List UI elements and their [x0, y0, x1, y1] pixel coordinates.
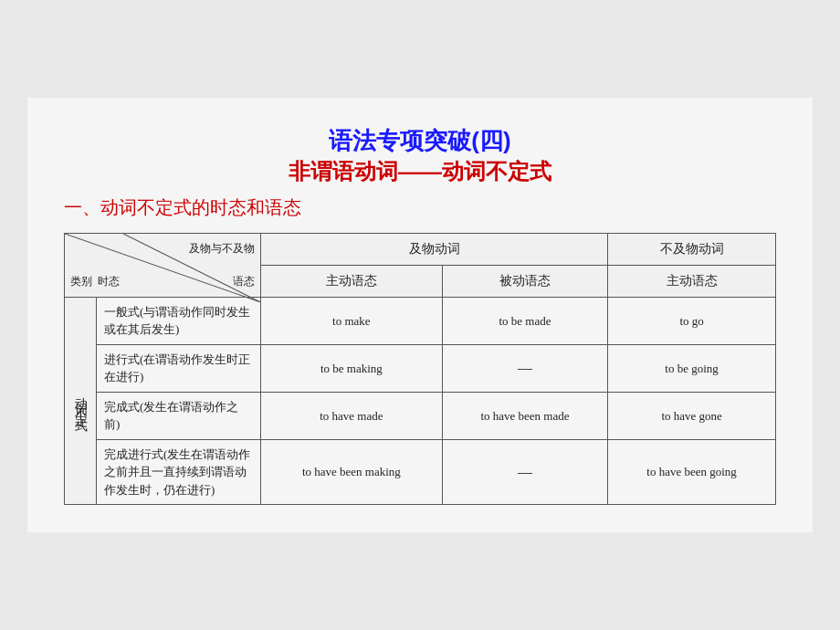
- title-line2: 非谓语动词——动词不定式: [64, 157, 776, 186]
- passive-cell-3: —: [442, 439, 607, 505]
- header-row-top: 及物与不及物 类别 时态 语态 及物动词 不及物动词: [65, 233, 776, 265]
- corner-category-label: 类别: [70, 274, 92, 289]
- corner-tense-label: 时态: [98, 274, 120, 289]
- slide: 语法专项突破(四) 非谓语动词——动词不定式 一、动词不定式的时态和语态 及物与…: [27, 98, 813, 533]
- passive-cell-1: —: [442, 344, 607, 392]
- corner-cell: 及物与不及物 类别 时态 语态: [65, 233, 261, 297]
- intrans-cell-0: to go: [608, 297, 776, 344]
- corner-voice-label: 语态: [233, 274, 255, 289]
- table-row: 完成进行式(发生在谓语动作之前并且一直持续到谓语动作发生时，仍在进行) to h…: [65, 439, 776, 505]
- sub-header-zhudong: 主动语态: [261, 265, 443, 297]
- desc-cell-0: 一般式(与谓语动作同时发生或在其后发生): [97, 297, 261, 344]
- corner-top-label: 及物与不及物: [189, 241, 255, 257]
- passive-cell-2: to have been made: [442, 392, 607, 439]
- table-row: 进行式(在谓语动作发生时正在进行) to be making — to be g…: [65, 344, 776, 392]
- sub-header-beidong: 被动语态: [442, 265, 607, 297]
- title-area: 语法专项突破(四) 非谓语动词——动词不定式: [64, 125, 776, 186]
- active-cell-2: to have made: [261, 392, 443, 439]
- table-row: 完成式(发生在谓语动作之前) to have made to have been…: [65, 392, 776, 439]
- grammar-table: 及物与不及物 类别 时态 语态 及物动词 不及物动词 主动语态 被动语态 主动语…: [64, 233, 776, 506]
- row-label-dongci: 动词不定式: [65, 297, 97, 505]
- corner-inner: 及物与不及物 类别 时态 语态: [65, 234, 260, 297]
- table-row: 动词不定式 一般式(与谓语动作同时发生或在其后发生) to make to be…: [65, 297, 776, 344]
- subtitle: 一、动词不定式的时态和语态: [64, 195, 776, 220]
- jiwu-header: 及物动词: [261, 233, 608, 265]
- intrans-cell-3: to have been going: [608, 439, 776, 505]
- bujiwu-header: 不及物动词: [608, 233, 776, 265]
- intrans-cell-1: to be going: [608, 344, 776, 392]
- title-line1: 语法专项突破(四): [64, 125, 776, 157]
- active-cell-0: to make: [261, 297, 443, 344]
- passive-cell-0: to be made: [442, 297, 607, 344]
- intrans-cell-2: to have gone: [608, 392, 776, 439]
- desc-cell-3: 完成进行式(发生在谓语动作之前并且一直持续到谓语动作发生时，仍在进行): [97, 439, 261, 505]
- desc-cell-2: 完成式(发生在谓语动作之前): [97, 392, 261, 439]
- desc-cell-1: 进行式(在谓语动作发生时正在进行): [97, 344, 261, 392]
- sub-header-zhudong2: 主动语态: [608, 265, 776, 297]
- active-cell-1: to be making: [261, 344, 443, 392]
- active-cell-3: to have been making: [261, 439, 443, 505]
